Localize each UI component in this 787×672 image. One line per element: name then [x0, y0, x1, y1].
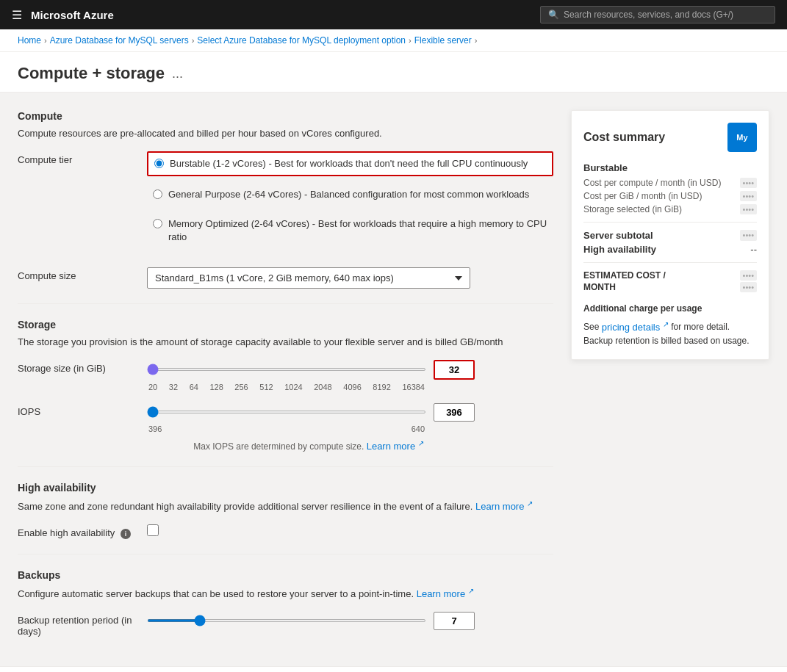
backups-learn-more-ext-icon: ↗ [468, 587, 474, 595]
top-bar: ☰ Microsoft Azure 🔍 Search resources, se… [0, 0, 787, 29]
compute-tier-burstable-text: Burstable (1-2 vCores) - Best for worklo… [170, 157, 528, 170]
main-layout: Compute Compute resources are pre-alloca… [0, 93, 787, 666]
cost-estimated-section: ESTIMATED COST /MONTH •••• •••• [583, 270, 757, 293]
cost-compute-label: Cost per compute / month (in USD) [583, 178, 740, 188]
ha-title: High availability [18, 482, 553, 494]
cost-gib-row: Cost per GiB / month (in USD) •••• [583, 191, 757, 201]
cost-panel-title: Cost summary [583, 131, 665, 144]
storage-section: Storage The storage you provision is the… [18, 319, 553, 452]
compute-size-row: Compute size Standard_B1ms (1 vCore, 2 G… [18, 267, 553, 289]
tick-512: 512 [259, 383, 273, 391]
backup-retention-label: Backup retention period (in days) [18, 612, 135, 637]
cost-estimated-label: ESTIMATED COST /MONTH [583, 270, 666, 293]
cost-storage-value: •••• [740, 204, 757, 214]
compute-tier-burstable-radio[interactable] [154, 159, 164, 168]
tick-32: 32 [169, 383, 178, 391]
ellipsis-menu[interactable]: ... [172, 66, 183, 82]
storage-size-value[interactable] [434, 360, 475, 380]
cost-estimated-value: •••• [740, 270, 757, 281]
storage-size-control: 20 32 64 128 256 512 1024 2048 4096 8192… [147, 360, 553, 391]
ha-learn-more[interactable]: Learn more ↗ [475, 501, 533, 512]
backup-retention-slider-row [147, 612, 553, 630]
compute-tier-general-radio[interactable] [153, 189, 162, 199]
ha-enable-row: Enable high availability i [18, 524, 553, 539]
cost-summary-panel: Cost summary My Burstable Cost per compu… [571, 110, 769, 360]
cost-estimated-values: •••• •••• [740, 270, 757, 292]
breadcrumb-sep-3: › [409, 36, 412, 45]
tick-128: 128 [209, 383, 223, 391]
cost-ha-value: -- [750, 244, 757, 255]
pricing-details-link[interactable]: pricing details ↗ [602, 322, 669, 333]
backups-section: Backups Configure automatic server backu… [18, 569, 553, 637]
app-title: Microsoft Azure [31, 9, 531, 21]
compute-size-dropdown[interactable]: Standard_B1ms (1 vCore, 2 GiB memory, 64… [147, 267, 470, 289]
backups-learn-more[interactable]: Learn more ↗ [417, 588, 474, 599]
compute-tier-burstable[interactable]: Burstable (1-2 vCores) - Best for worklo… [147, 151, 553, 176]
ha-checkbox-container [147, 524, 553, 536]
cost-subtotal-value: •••• [740, 230, 757, 241]
mysql-icon: My [727, 123, 757, 152]
tick-16384: 16384 [402, 383, 425, 391]
breadcrumb-sep-2: › [192, 36, 195, 45]
iops-note: Max IOPS are determined by compute size.… [147, 439, 553, 452]
breadcrumb-flexible-server[interactable]: Flexible server [414, 35, 472, 46]
search-bar[interactable]: 🔍 Search resources, services, and docs (… [540, 6, 775, 24]
compute-tier-memory[interactable]: Memory Optimized (2-64 vCores) - Best fo… [147, 213, 553, 248]
additional-charge-title: Additional charge per usage [583, 302, 757, 315]
tick-20: 20 [148, 383, 157, 391]
high-availability-section: High availability Same zone and zone red… [18, 482, 553, 539]
storage-slider-row [147, 360, 553, 380]
cost-estimated-sub: •••• [740, 282, 757, 292]
breadcrumb-home[interactable]: Home [18, 35, 41, 46]
ha-learn-more-ext-icon: ↗ [527, 499, 533, 507]
tick-64: 64 [190, 383, 198, 391]
tick-8192: 8192 [373, 383, 390, 391]
storage-description: The storage you provision is the amount … [18, 335, 553, 350]
ha-checkbox[interactable] [147, 524, 159, 536]
backup-retention-row: Backup retention period (in days) [18, 612, 553, 637]
backup-retention-value[interactable] [434, 612, 475, 630]
storage-size-slider[interactable] [147, 368, 426, 371]
divider-1 [18, 303, 553, 304]
cost-gib-label: Cost per GiB / month (in USD) [583, 191, 740, 201]
compute-description: Compute resources are pre-allocated and … [18, 126, 553, 141]
page-header: Compute + storage ... [0, 52, 787, 93]
compute-tier-options: Burstable (1-2 vCores) - Best for worklo… [147, 151, 553, 256]
backups-description: Configure automatic server backups that … [18, 585, 553, 601]
compute-tier-memory-radio[interactable] [153, 219, 162, 228]
iops-note-text: Max IOPS are determined by compute size.… [147, 439, 470, 452]
divider-2 [18, 466, 553, 467]
tick-1024: 1024 [284, 383, 302, 391]
ha-info-icon[interactable]: i [121, 529, 131, 539]
tick-256: 256 [234, 383, 248, 391]
cost-subtotal-row: Server subtotal •••• [583, 230, 757, 241]
cost-compute-row: Cost per compute / month (in USD) •••• [583, 178, 757, 188]
tick-2048: 2048 [314, 383, 331, 391]
iops-ticks: 396 640 [147, 424, 426, 433]
iops-label: IOPS [18, 403, 135, 417]
compute-section: Compute Compute resources are pre-alloca… [18, 110, 553, 289]
compute-tier-general[interactable]: General Purpose (2-64 vCores) - Balanced… [147, 184, 553, 206]
compute-size-label: Compute size [18, 267, 135, 281]
search-placeholder: Search resources, services, and docs (G+… [564, 10, 733, 20]
additional-charge-section: Additional charge per usage See pricing … [583, 302, 757, 347]
hamburger-icon[interactable]: ☰ [12, 8, 22, 22]
backup-retention-slider[interactable] [147, 619, 426, 622]
additional-charge-desc: See pricing details ↗ for more detail. B… [583, 318, 757, 347]
cost-ha-label: High availability [583, 244, 656, 255]
cost-divider-2 [583, 262, 757, 263]
cost-subtotal-label: Server subtotal [583, 230, 653, 241]
compute-tier-row: Compute tier Burstable (1-2 vCores) - Be… [18, 151, 553, 256]
iops-max-tick: 640 [412, 424, 425, 433]
compute-title: Compute [18, 110, 553, 122]
iops-learn-more[interactable]: Learn more ↗ [367, 441, 424, 452]
breadcrumb-sep-1: › [44, 36, 47, 45]
storage-size-row: Storage size (in GiB) 20 32 64 128 256 5… [18, 360, 553, 391]
learn-more-ext-icon: ↗ [418, 439, 424, 447]
breadcrumb-select-deployment[interactable]: Select Azure Database for MySQL deployme… [197, 35, 406, 46]
storage-title: Storage [18, 319, 553, 330]
breadcrumb-mysql-servers[interactable]: Azure Database for MySQL servers [50, 35, 189, 46]
iops-slider[interactable] [147, 411, 426, 413]
iops-value[interactable] [434, 403, 475, 422]
compute-tier-general-text: General Purpose (2-64 vCores) - Balanced… [168, 188, 529, 201]
